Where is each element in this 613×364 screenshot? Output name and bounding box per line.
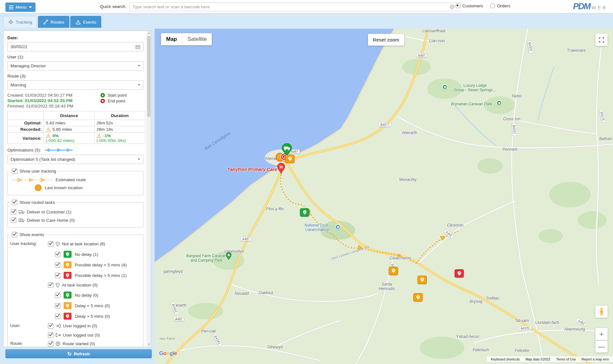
possible-delay-event-marker[interactable]	[418, 276, 427, 284]
deliver-customer-label: Deliver to Customer (1)	[27, 210, 72, 214]
estimated-route-icon	[11, 178, 52, 182]
start-point-icon	[100, 93, 105, 98]
show-events-checkbox[interactable]	[12, 232, 17, 237]
refresh-button[interactable]: ↻ Refresh	[5, 349, 152, 358]
map-label: Heol Lyswen Lampeter Rd	[331, 245, 369, 261]
possible-delay-gt-checkbox[interactable]	[55, 273, 60, 278]
date-input[interactable]: 30/05/22	[7, 42, 143, 51]
show-user-tracking-label: Show user tracking	[19, 169, 56, 174]
app-logo: PDM WEB	[573, 2, 607, 11]
possible-delay-event-marker[interactable]	[389, 267, 398, 275]
road-badge: B4337	[512, 123, 517, 136]
at-task-checkbox[interactable]	[48, 282, 53, 288]
deliver-care-home-checkbox[interactable]	[11, 218, 16, 223]
variance-label: Variance:	[8, 133, 44, 144]
truck-icon	[19, 210, 25, 214]
route-started-icon	[56, 341, 60, 346]
map-type-map[interactable]: Map	[161, 36, 182, 42]
not-at-task-label: Not at task location (6)	[62, 241, 105, 246]
attraction-poi-icon[interactable]	[335, 224, 341, 230]
tab-routes-label: Routes	[50, 20, 64, 25]
user-logged-in-checkbox[interactable]	[48, 323, 53, 329]
attribution-link[interactable]: Map data ©2022	[523, 357, 553, 361]
refresh-icon: ↻	[67, 351, 72, 357]
map-type-satellite[interactable]: Satellite	[182, 36, 212, 42]
green-marker-icon	[64, 251, 72, 258]
no-delay-event-marker[interactable]	[300, 208, 309, 217]
orange-marker-icon	[64, 261, 72, 268]
fullscreen-button[interactable]	[595, 34, 608, 46]
tab-events[interactable]: Events	[70, 16, 101, 28]
map-attribution: Keyboard shortcutsMap data ©2022Terms of…	[487, 356, 613, 362]
not-at-task-checkbox[interactable]	[48, 241, 53, 247]
care-home-marker[interactable]	[285, 155, 295, 163]
optimisation-select[interactable]: Optimisation 5 (Task list changed)	[7, 155, 143, 164]
no-delay-0-label: No delay (0)	[75, 293, 98, 298]
road-badge: A487	[241, 237, 251, 241]
zoom-out-button[interactable]: —	[595, 340, 608, 353]
customers-radio[interactable]	[455, 3, 460, 8]
clear-search-icon[interactable]: ✕	[450, 4, 455, 9]
map-label: Abermeurig	[564, 327, 585, 331]
no-delay-1-checkbox[interactable]	[55, 252, 60, 257]
route-select[interactable]: Morning	[7, 80, 143, 90]
delay-event-marker[interactable]	[455, 269, 464, 278]
scroll-down-arrow[interactable]: ▼	[147, 342, 151, 347]
no-delay-0-checkbox[interactable]	[55, 293, 60, 298]
show-events-label: Show events	[19, 232, 44, 237]
orders-radio[interactable]	[490, 3, 495, 8]
tab-events-label: Events	[83, 20, 96, 25]
delay-gt-checkbox[interactable]	[55, 314, 60, 319]
hamburger-icon	[9, 5, 13, 9]
route-started-checkbox[interactable]	[48, 341, 53, 346]
campground-poi-icon[interactable]	[496, 100, 502, 106]
search-input[interactable]	[129, 3, 461, 11]
hospital-marker[interactable]: H	[276, 163, 286, 176]
at-task-label: At task location (0)	[62, 283, 98, 287]
deliver-customer-checkbox[interactable]	[11, 209, 16, 215]
campground-pin[interactable]	[226, 252, 232, 262]
campground-poi-icon[interactable]	[442, 84, 448, 90]
end-point-label: End point	[108, 98, 125, 104]
map-label: Tanyfron Primary Care	[227, 167, 277, 172]
events-group: Show events User tracking: Not at task l…	[7, 232, 143, 347]
pegman-control[interactable]	[595, 306, 608, 318]
menu-button[interactable]: Menu	[5, 3, 35, 12]
possible-delay-lt-checkbox[interactable]	[55, 262, 60, 268]
recorded-duration: 26m 18s	[95, 126, 145, 133]
scroll-up-arrow[interactable]: ▲	[147, 31, 151, 35]
logo-pdm: PDM	[573, 2, 590, 11]
attribution-link[interactable]: Report a map erro	[579, 357, 612, 361]
orange-marker-icon	[64, 302, 72, 309]
attribution-link[interactable]: Keyboard shortcuts	[488, 357, 523, 361]
show-user-tracking-checkbox[interactable]	[12, 168, 17, 174]
warning-icon	[46, 134, 51, 138]
care-home-truck-icon	[19, 218, 25, 222]
user-logged-out-checkbox[interactable]	[48, 332, 53, 338]
created-text: Created: 01/03/2022 04:50:27 PM	[7, 93, 100, 98]
map-canvas[interactable]: LlansanffraidLlan-nonTrawsnantNeboCross …	[155, 29, 613, 364]
orders-radio-label[interactable]: Orders	[497, 4, 510, 8]
possible-delay-event-marker[interactable]	[413, 293, 423, 301]
tab-tracking[interactable]: Tracking	[3, 16, 37, 28]
user-select[interactable]: Managing Director	[7, 61, 143, 71]
customers-radio-label[interactable]: Customers	[462, 4, 483, 8]
calendar-icon[interactable]	[135, 45, 140, 49]
show-routed-tasks-checkbox[interactable]	[12, 200, 17, 205]
route-select-value: Morning	[11, 83, 138, 87]
attribution-link[interactable]: Terms of Use	[553, 357, 579, 361]
reset-zoom-button[interactable]: Reset zoom	[368, 34, 404, 46]
panel-scrollbar[interactable]: ▲ ▼	[147, 31, 151, 347]
zoom-in-button[interactable]: ＋	[595, 328, 608, 340]
warning-icon	[96, 134, 102, 138]
user-tracking-group: Show user tracking Estimated route Last …	[7, 168, 143, 195]
delay-lt-checkbox[interactable]	[55, 303, 60, 308]
map-label: Cilcennin	[447, 223, 463, 227]
table-row: Recorded: 5.85 miles 26m 18s	[8, 126, 145, 133]
app-window: Menu Quick search: ✕ Customers Orders PD…	[0, 0, 613, 364]
logo-web: WEB	[592, 5, 607, 10]
scrollbar-thumb[interactable]	[147, 36, 150, 117]
finished-text: Finished: 01/03/2022 05:18:43 PM	[7, 103, 100, 109]
tab-routes[interactable]: Routes	[38, 16, 69, 28]
road-badge: B4342	[171, 301, 179, 315]
